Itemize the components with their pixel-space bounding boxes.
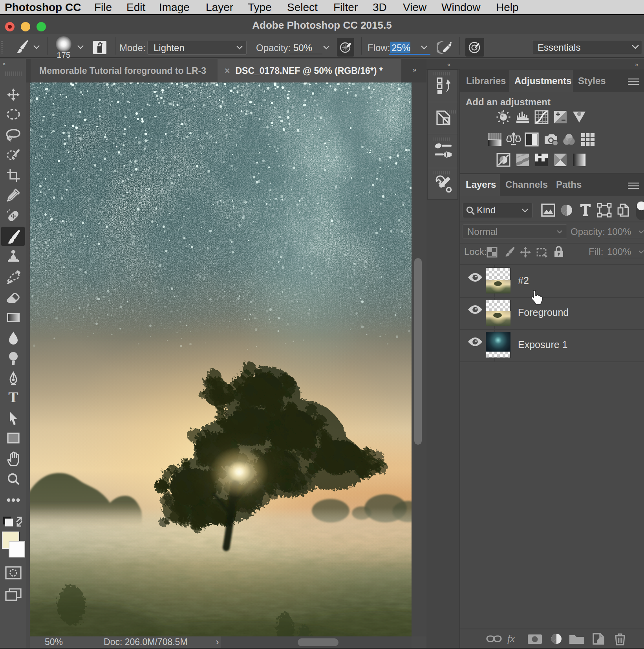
svg-text:fx: fx [507, 633, 515, 644]
